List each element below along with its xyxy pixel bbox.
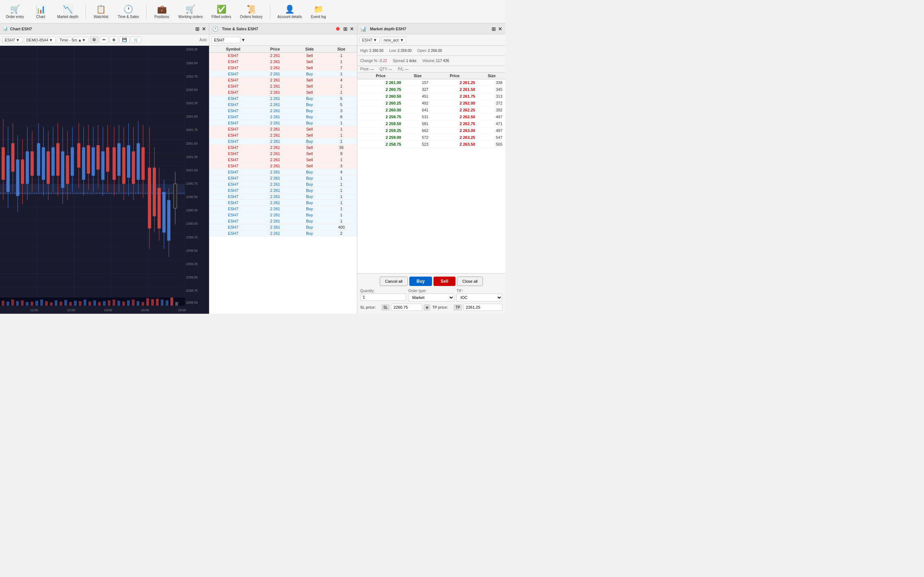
sl-toggle-btn[interactable]: SL — [381, 305, 389, 311]
ts-symbol-cell: ESH7 — [209, 193, 257, 200]
account-details-icon: 👤 — [285, 5, 294, 14]
tp-price-input[interactable] — [464, 304, 502, 311]
toolbar-orders-history[interactable]: 📜 Orders history — [237, 3, 266, 20]
timeframe-selector[interactable]: Time - 5m ▲▼ — [57, 37, 89, 43]
cancel-all-button[interactable]: Cancel all — [380, 277, 408, 286]
order-type-select[interactable]: Market Limit Stop — [408, 293, 454, 301]
svg-text:2258.75: 2258.75 — [186, 289, 198, 292]
md-price: Price: --- — [360, 67, 374, 71]
ts-header-icon: 🕐 — [212, 26, 218, 32]
ts-size-cell: 1 — [326, 181, 357, 187]
ts-size-cell: 2 — [326, 230, 357, 237]
ts-price-cell: 2 261 — [257, 108, 294, 114]
toolbar-market-depth[interactable]: 📉 Market depth — [55, 3, 81, 20]
order-type-label: Order type: — [408, 289, 454, 293]
sl-adjust-btn[interactable]: ⊛ — [424, 305, 430, 311]
chart-timeframe: Time - 5m — [60, 38, 77, 42]
toolbar-filled-orders[interactable]: ✅ Filled orders — [208, 3, 234, 20]
toolbar-positions[interactable]: 💼 Positions — [151, 3, 173, 20]
ts-symbol-cell: ESH7 — [209, 132, 257, 139]
ts-symbol-dropdown-icon[interactable]: ▼ — [241, 37, 246, 43]
svg-text:13:00: 13:00 — [104, 308, 112, 312]
ts-symbol-bar: ▼ — [209, 34, 357, 46]
svg-rect-38 — [21, 160, 24, 184]
toolbar-account-details[interactable]: 👤 Account details — [275, 3, 305, 20]
ts-col-size: Size — [326, 46, 357, 53]
svg-text:2259.25: 2259.25 — [186, 262, 198, 266]
md-info-row1: High: 2 266.50 Low: 2 258.00 Open: 2 266… — [357, 46, 505, 56]
ts-price-cell: 2 261 — [257, 175, 294, 181]
svg-rect-56 — [66, 155, 69, 184]
svg-rect-143 — [79, 301, 82, 305]
svg-rect-153 — [127, 300, 130, 306]
svg-rect-147 — [98, 302, 101, 305]
ts-symbol-cell: ESH7 — [209, 145, 257, 151]
chart-close-btn[interactable]: ✕ — [202, 26, 206, 32]
chart-save-btn[interactable]: 💾 — [120, 36, 129, 43]
ts-symbol-input[interactable] — [212, 37, 241, 43]
ts-size-cell: 1 — [326, 139, 357, 145]
chart-draw-btn[interactable]: ✏ — [100, 36, 108, 43]
buy-button[interactable]: Buy — [409, 277, 432, 286]
ts-title: Time & Sales ESH7 — [222, 27, 258, 31]
ts-side-cell: Sell — [294, 53, 326, 59]
ask-price-cell: 2 262.25 — [431, 107, 478, 114]
list-item: ESH7 2 261 Buy 400 — [209, 224, 357, 230]
svg-text:2261.75: 2261.75 — [186, 128, 198, 132]
ts-price-cell: 2 261 — [257, 126, 294, 132]
svg-text:2260.00: 2260.00 — [186, 222, 198, 226]
ts-size-cell: 5 — [326, 95, 357, 102]
ts-price-cell: 2 261 — [257, 157, 294, 163]
ts-symbol-cell: ESH7 — [209, 89, 257, 95]
sell-button[interactable]: Sell — [433, 277, 456, 286]
chart-crosshair-btn[interactable]: ⊕ — [110, 36, 118, 43]
chart-order-btn[interactable]: 🛒 — [131, 36, 141, 43]
ts-side-cell: Sell — [294, 157, 326, 163]
svg-rect-74 — [113, 147, 116, 180]
toolbar-watchlist[interactable]: 📋 Watchlist — [90, 3, 112, 20]
toolbar-working-orders[interactable]: 🛒 Working orders — [175, 3, 206, 20]
md-open: Open: 2 266.00 — [417, 49, 442, 53]
toolbar-order-entry-label: Order entry — [6, 15, 24, 19]
ts-price-cell: 2 261 — [257, 169, 294, 175]
bid-price-cell: 2 261.00 — [357, 79, 404, 86]
ts-price-cell: 2 261 — [257, 181, 294, 187]
ts-resize-btn[interactable]: ⊞ — [343, 26, 347, 32]
account-selector[interactable]: DEMO-8544 ▼ — [24, 37, 56, 43]
symbol-selector[interactable]: ESH7 ▼ — [2, 37, 23, 43]
tp-toggle-btn[interactable]: TP — [454, 305, 462, 311]
md-close-btn[interactable]: ✕ — [498, 26, 502, 32]
tif-select[interactable]: IOC GTC DAY — [457, 293, 502, 301]
quantity-input[interactable] — [360, 293, 406, 301]
svg-rect-142 — [74, 301, 77, 306]
ts-symbol-cell: ESH7 — [209, 224, 257, 230]
toolbar-time-sales-label: Time & Sales — [118, 15, 139, 19]
ts-close-btn[interactable]: ✕ — [350, 26, 354, 32]
md-resize-btn[interactable]: ⊞ — [492, 26, 496, 32]
svg-rect-128 — [6, 301, 10, 305]
md-account-selector[interactable]: new_acc ▼ — [381, 37, 406, 43]
ts-symbol-cell: ESH7 — [209, 169, 257, 175]
ask-price-cell: 2 263.00 — [431, 127, 478, 134]
md-change: Change %: -0.22 — [360, 59, 387, 63]
svg-rect-28 — [0, 184, 185, 194]
svg-text:2261.00: 2261.00 — [186, 168, 198, 172]
toolbar-time-sales[interactable]: 🕐 Time & Sales — [115, 3, 142, 20]
chart-resize-btn[interactable]: ⊞ — [195, 26, 200, 32]
list-item: ESH7 2 261 Buy 5 — [209, 95, 357, 102]
toolbar-event-log[interactable]: 📁 Event log — [307, 3, 329, 20]
svg-rect-62 — [82, 147, 85, 180]
ask-price-cell: 2 263.50 — [431, 141, 478, 148]
chart-svg-area[interactable]: 2261.00 — [0, 46, 209, 314]
ts-table: Symbol Price Side Size ESH7 2 261 Sell 1… — [209, 46, 357, 314]
svg-rect-127 — [2, 301, 4, 306]
svg-rect-148 — [103, 301, 106, 305]
chart-settings-btn[interactable]: ⚙ — [90, 36, 99, 43]
close-all-button[interactable]: Close all — [457, 277, 483, 286]
ts-size-cell: 1 — [326, 218, 357, 224]
md-symbol-selector[interactable]: ESH7 ▼ — [360, 37, 380, 43]
sl-price-input[interactable] — [391, 304, 422, 311]
ts-symbol-cell: ESH7 — [209, 108, 257, 114]
toolbar-chart[interactable]: 📊 Chart — [30, 3, 52, 20]
toolbar-order-entry[interactable]: 🛒 Order entry — [3, 3, 27, 20]
